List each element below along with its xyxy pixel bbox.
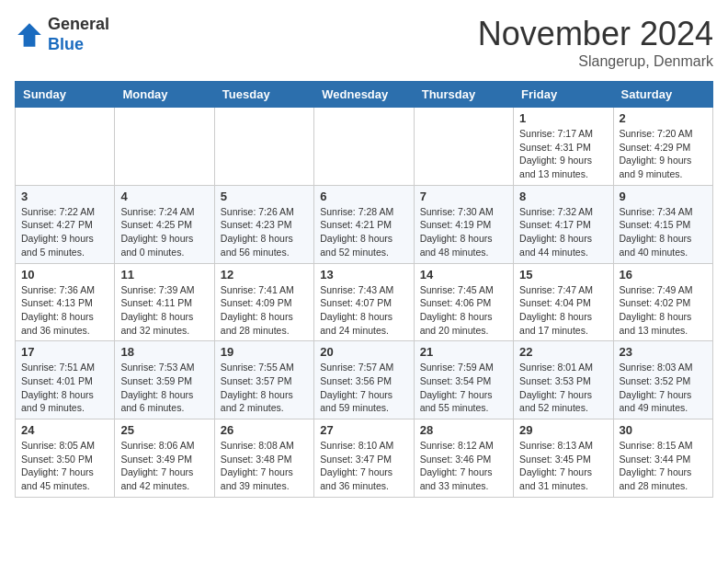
day-detail: Sunrise: 7:59 AMSunset: 3:54 PMDaylight:…: [420, 361, 507, 415]
calendar-week-row: 24Sunrise: 8:05 AMSunset: 3:50 PMDayligh…: [16, 419, 713, 498]
calendar-cell: 17Sunrise: 7:51 AMSunset: 4:01 PMDayligh…: [16, 341, 115, 419]
day-detail: Sunrise: 7:28 AMSunset: 4:21 PMDaylight:…: [320, 205, 407, 259]
calendar-cell: 8Sunrise: 7:32 AMSunset: 4:17 PMDaylight…: [514, 185, 613, 263]
calendar-cell: 18Sunrise: 7:53 AMSunset: 3:59 PMDayligh…: [115, 341, 214, 419]
calendar-cell: 7Sunrise: 7:30 AMSunset: 4:19 PMDaylight…: [414, 185, 513, 263]
day-detail: Sunrise: 7:55 AMSunset: 3:57 PMDaylight:…: [221, 361, 308, 415]
day-number: 21: [420, 345, 507, 359]
day-number: 25: [120, 423, 208, 437]
day-detail: Sunrise: 7:57 AMSunset: 3:56 PMDaylight:…: [320, 361, 407, 415]
day-number: 18: [120, 345, 208, 359]
day-number: 24: [21, 423, 108, 437]
day-number: 17: [21, 345, 108, 359]
day-detail: Sunrise: 8:13 AMSunset: 3:45 PMDaylight:…: [519, 439, 607, 493]
day-detail: Sunrise: 7:49 AMSunset: 4:02 PMDaylight:…: [620, 283, 707, 338]
calendar-cell: [16, 108, 115, 186]
calendar-cell: 22Sunrise: 8:01 AMSunset: 3:53 PMDayligh…: [514, 341, 613, 419]
calendar-cell: [214, 108, 313, 186]
calendar-cell: [414, 108, 513, 186]
calendar-cell: 12Sunrise: 7:41 AMSunset: 4:09 PMDayligh…: [214, 263, 313, 341]
day-detail: Sunrise: 7:32 AMSunset: 4:17 PMDaylight:…: [519, 205, 607, 259]
day-number: 22: [519, 345, 607, 359]
calendar-cell: 2Sunrise: 7:20 AMSunset: 4:29 PMDaylight…: [613, 108, 712, 186]
calendar-cell: 19Sunrise: 7:55 AMSunset: 3:57 PMDayligh…: [214, 341, 313, 419]
calendar-week-row: 3Sunrise: 7:22 AMSunset: 4:27 PMDaylight…: [16, 185, 713, 263]
day-number: 12: [221, 268, 308, 282]
calendar-cell: 21Sunrise: 7:59 AMSunset: 3:54 PMDayligh…: [414, 341, 513, 419]
day-number: 30: [620, 423, 707, 437]
logo-general: General: [48, 15, 109, 35]
day-number: 29: [519, 423, 607, 437]
weekday-header: Thursday: [414, 82, 513, 108]
day-number: 20: [320, 345, 407, 359]
calendar-cell: 26Sunrise: 8:08 AMSunset: 3:48 PMDayligh…: [214, 419, 313, 498]
logo-icon: [15, 20, 44, 50]
calendar-cell: [314, 108, 414, 186]
calendar-cell: 11Sunrise: 7:39 AMSunset: 4:11 PMDayligh…: [115, 263, 214, 341]
calendar-cell: 16Sunrise: 7:49 AMSunset: 4:02 PMDayligh…: [613, 263, 712, 341]
calendar-cell: 27Sunrise: 8:10 AMSunset: 3:47 PMDayligh…: [314, 419, 414, 498]
title-area: November 2024 Slangerup, Denmark: [478, 15, 713, 70]
calendar-week-row: 1Sunrise: 7:17 AMSunset: 4:31 PMDaylight…: [16, 108, 713, 186]
calendar-cell: 13Sunrise: 7:43 AMSunset: 4:07 PMDayligh…: [314, 263, 414, 341]
day-detail: Sunrise: 8:12 AMSunset: 3:46 PMDaylight:…: [420, 439, 507, 493]
calendar-cell: 14Sunrise: 7:45 AMSunset: 4:06 PMDayligh…: [414, 263, 513, 341]
logo: General Blue: [15, 15, 109, 54]
day-number: 16: [620, 268, 707, 282]
day-detail: Sunrise: 7:20 AMSunset: 4:29 PMDaylight:…: [620, 127, 707, 181]
logo-blue: Blue: [48, 35, 109, 55]
day-detail: Sunrise: 7:47 AMSunset: 4:04 PMDaylight:…: [519, 283, 607, 338]
day-number: 5: [221, 190, 308, 203]
calendar-cell: 6Sunrise: 7:28 AMSunset: 4:21 PMDaylight…: [314, 185, 414, 263]
day-number: 23: [620, 345, 707, 359]
location: Slangerup, Denmark: [478, 53, 713, 70]
calendar-cell: 30Sunrise: 8:15 AMSunset: 3:44 PMDayligh…: [613, 419, 712, 498]
calendar-table: SundayMondayTuesdayWednesdayThursdayFrid…: [15, 81, 713, 498]
day-detail: Sunrise: 8:01 AMSunset: 3:53 PMDaylight:…: [519, 361, 607, 415]
calendar-cell: 20Sunrise: 7:57 AMSunset: 3:56 PMDayligh…: [314, 341, 414, 419]
day-detail: Sunrise: 8:10 AMSunset: 3:47 PMDaylight:…: [320, 439, 407, 493]
day-detail: Sunrise: 7:43 AMSunset: 4:07 PMDaylight:…: [320, 283, 407, 338]
weekday-header: Saturday: [613, 82, 712, 108]
weekday-header: Wednesday: [314, 82, 414, 108]
day-detail: Sunrise: 7:24 AMSunset: 4:25 PMDaylight:…: [120, 205, 208, 259]
day-detail: Sunrise: 7:53 AMSunset: 3:59 PMDaylight:…: [120, 361, 208, 415]
calendar-week-row: 17Sunrise: 7:51 AMSunset: 4:01 PMDayligh…: [16, 341, 713, 419]
day-detail: Sunrise: 8:08 AMSunset: 3:48 PMDaylight:…: [221, 439, 308, 493]
day-detail: Sunrise: 7:34 AMSunset: 4:15 PMDaylight:…: [620, 205, 707, 259]
calendar-cell: 1Sunrise: 7:17 AMSunset: 4:31 PMDaylight…: [514, 108, 613, 186]
day-number: 14: [420, 268, 507, 282]
day-detail: Sunrise: 7:41 AMSunset: 4:09 PMDaylight:…: [221, 283, 308, 338]
calendar-cell: 9Sunrise: 7:34 AMSunset: 4:15 PMDaylight…: [613, 185, 712, 263]
day-number: 27: [320, 423, 407, 437]
day-number: 13: [320, 268, 407, 282]
weekday-header: Monday: [115, 82, 214, 108]
day-number: 1: [519, 111, 607, 125]
day-number: 11: [120, 268, 208, 282]
day-number: 3: [21, 190, 108, 203]
day-detail: Sunrise: 7:17 AMSunset: 4:31 PMDaylight:…: [519, 127, 607, 181]
day-detail: Sunrise: 7:30 AMSunset: 4:19 PMDaylight:…: [420, 205, 507, 259]
day-number: 9: [620, 190, 707, 203]
calendar-cell: 28Sunrise: 8:12 AMSunset: 3:46 PMDayligh…: [414, 419, 513, 498]
day-detail: Sunrise: 8:03 AMSunset: 3:52 PMDaylight:…: [620, 361, 707, 415]
day-number: 2: [620, 111, 707, 125]
day-detail: Sunrise: 7:39 AMSunset: 4:11 PMDaylight:…: [120, 283, 208, 338]
calendar-cell: 3Sunrise: 7:22 AMSunset: 4:27 PMDaylight…: [16, 185, 115, 263]
calendar-cell: 23Sunrise: 8:03 AMSunset: 3:52 PMDayligh…: [613, 341, 712, 419]
calendar-cell: 10Sunrise: 7:36 AMSunset: 4:13 PMDayligh…: [16, 263, 115, 341]
day-detail: Sunrise: 7:26 AMSunset: 4:23 PMDaylight:…: [221, 205, 308, 259]
day-number: 19: [221, 345, 308, 359]
day-detail: Sunrise: 7:22 AMSunset: 4:27 PMDaylight:…: [21, 205, 108, 259]
calendar-cell: 5Sunrise: 7:26 AMSunset: 4:23 PMDaylight…: [214, 185, 313, 263]
day-number: 28: [420, 423, 507, 437]
day-number: 7: [420, 190, 507, 203]
weekday-header: Tuesday: [214, 82, 313, 108]
day-detail: Sunrise: 8:06 AMSunset: 3:49 PMDaylight:…: [120, 439, 208, 493]
month-title: November 2024: [478, 15, 713, 53]
calendar-cell: 4Sunrise: 7:24 AMSunset: 4:25 PMDaylight…: [115, 185, 214, 263]
day-detail: Sunrise: 7:51 AMSunset: 4:01 PMDaylight:…: [21, 361, 108, 415]
calendar-cell: 15Sunrise: 7:47 AMSunset: 4:04 PMDayligh…: [514, 263, 613, 341]
day-number: 10: [21, 268, 108, 282]
weekday-header: Sunday: [16, 82, 115, 108]
